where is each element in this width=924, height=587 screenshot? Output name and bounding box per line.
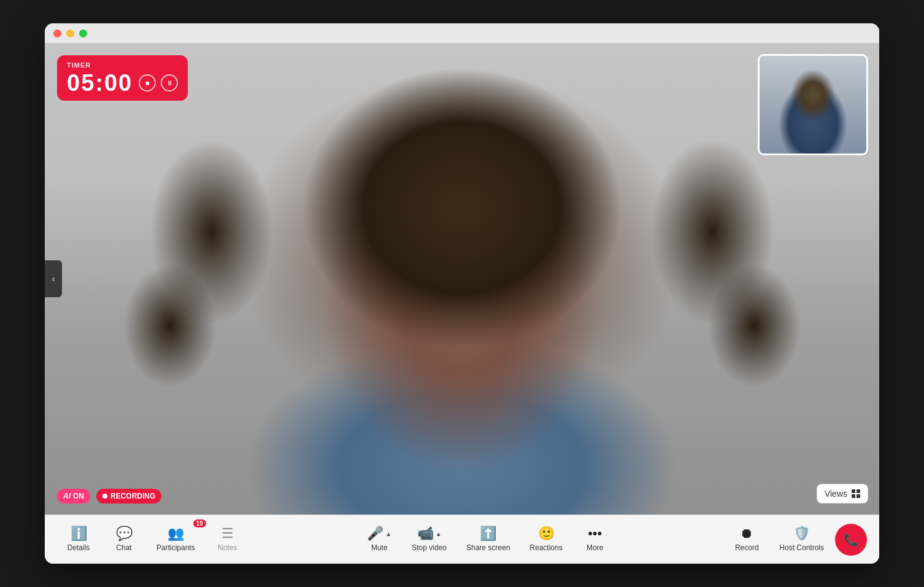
timer-widget: TIMER 05:00 ■ ⏸ [57,55,188,101]
notes-label: Notes [218,543,237,552]
chevron-left-icon: ‹ [52,274,55,284]
pip-person-video [760,56,866,154]
timer-stop-button[interactable]: ■ [139,74,156,91]
notes-button-wrap: ☰ Notes [206,522,249,557]
participants-button[interactable]: 👥 19 Participants [148,522,204,557]
host-controls-button-wrap: 🛡️ Host Controls [771,522,833,557]
recording-dot [102,494,107,499]
more-button[interactable]: ••• More [574,522,617,557]
side-panel-toggle[interactable]: ‹ [45,260,62,297]
pip-video [758,54,868,155]
participants-icon: 👥 [167,527,184,540]
reactions-button-wrap: 🙂 Reactions [521,522,571,557]
pause-icon: ⏸ [166,79,173,87]
more-button-wrap: ••• More [574,522,617,557]
views-button[interactable]: Views [817,484,868,503]
stop-video-icon-area: 📹 ▲ [417,527,442,540]
participants-icon-area: 👥 19 [167,527,184,540]
stop-video-button[interactable]: 📹 ▲ Stop video [403,522,455,557]
chat-button-wrap: 💬 Chat [102,522,145,557]
close-button[interactable] [53,29,61,37]
reactions-icon-area: 🙂 [538,527,555,540]
notes-icon: ☰ [221,527,234,540]
ai-badge: AI ON [57,489,90,503]
titlebar [45,23,879,43]
more-icon-area: ••• [588,527,602,540]
toolbar-right: ⏺ Record 🛡️ Host Controls 📞 [725,522,867,557]
share-screen-icon: ⬆️ [480,527,496,540]
end-call-icon: 📞 [844,532,859,547]
record-button[interactable]: ⏺ Record [725,522,768,557]
share-screen-label: Share screen [466,543,510,552]
mute-icon-area: 🎤 ▲ [367,527,391,540]
timer-label: TIMER [67,61,178,69]
info-icon: ℹ️ [71,527,87,540]
record-button-wrap: ⏺ Record [725,522,768,557]
reactions-button[interactable]: 🙂 Reactions [521,522,571,557]
hair-overlay [45,43,879,515]
grid-icon [852,489,860,498]
chat-icon-area: 💬 [116,527,133,540]
camera-icon: 📹 [417,527,434,540]
mute-button[interactable]: 🎤 ▲ Mute [358,522,401,557]
host-controls-button[interactable]: 🛡️ Host Controls [771,522,833,557]
microphone-icon: 🎤 [367,527,383,540]
end-call-button[interactable]: 📞 [835,524,867,556]
mute-button-wrap: 🎤 ▲ Mute [358,522,401,557]
record-icon: ⏺ [740,527,753,540]
more-label: More [587,543,603,552]
mute-label: Mute [371,543,388,552]
record-label: Record [735,543,759,552]
recording-badge: RECORDING [96,489,161,503]
stop-icon: ■ [145,79,150,87]
ai-on-label: ON [73,492,84,500]
participants-count-badge: 19 [193,519,206,527]
chat-icon: 💬 [116,527,133,540]
shield-icon: 🛡️ [793,527,810,540]
video-area: ‹ TIMER 05:00 ■ ⏸ [45,43,879,515]
recording-label: RECORDING [110,492,155,500]
toolbar-center: 🎤 ▲ Mute 📹 ▲ Stop video [249,522,726,557]
more-icon: ••• [588,527,602,540]
stop-video-button-wrap: 📹 ▲ Stop video [403,522,455,557]
stop-video-chevron: ▲ [436,531,442,537]
host-controls-label: Host Controls [779,543,824,552]
share-screen-button-wrap: ⬆️ Share screen [458,522,518,557]
details-icon-area: ℹ️ [71,527,87,540]
toolbar-left: ℹ️ Details 💬 Chat [57,522,249,557]
reactions-icon: 🙂 [538,527,555,540]
ai-icon: AI [63,492,71,500]
share-screen-button[interactable]: ⬆️ Share screen [458,522,518,557]
maximize-button[interactable] [79,29,87,37]
toolbar: ℹ️ Details 💬 Chat [45,515,879,564]
timer-pause-button[interactable]: ⏸ [161,74,178,91]
details-button[interactable]: ℹ️ Details [57,522,100,557]
participants-label: Participants [156,543,195,552]
participants-button-wrap: 👥 19 Participants [148,522,204,557]
mute-chevron: ▲ [385,531,391,537]
notes-button[interactable]: ☰ Notes [206,522,249,557]
timer-display: 05:00 ■ ⏸ [67,71,178,95]
timer-controls: ■ ⏸ [139,74,178,91]
minimize-button[interactable] [66,29,74,37]
record-icon-area: ⏺ [740,527,753,540]
timer-time: 05:00 [67,71,133,95]
details-button-wrap: ℹ️ Details [57,522,100,557]
share-screen-icon-area: ⬆️ [480,527,496,540]
views-label: Views [825,489,847,499]
status-badges: AI ON RECORDING [57,489,161,503]
reactions-label: Reactions [529,543,562,552]
chat-label: Chat [116,543,131,552]
app-window: ‹ TIMER 05:00 ■ ⏸ [45,23,879,564]
chat-button[interactable]: 💬 Chat [102,522,145,557]
stop-video-label: Stop video [412,543,447,552]
notes-icon-area: ☰ [221,527,234,540]
details-label: Details [67,543,90,552]
host-controls-icon-area: 🛡️ [793,527,810,540]
main-content: ‹ TIMER 05:00 ■ ⏸ [45,43,879,564]
